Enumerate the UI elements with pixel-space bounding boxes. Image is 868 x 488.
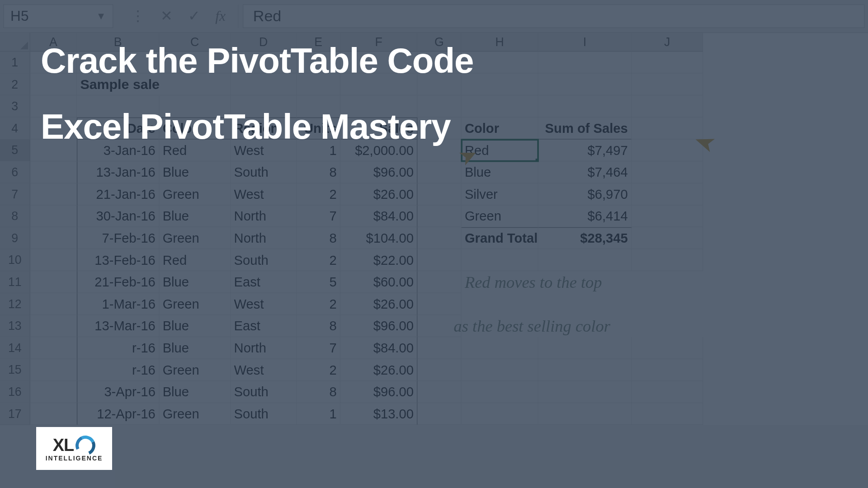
cell[interactable]: $7,464 (538, 161, 632, 183)
pivot-total-value[interactable]: $28,345 (538, 227, 632, 249)
row-header[interactable]: 14 (0, 337, 30, 359)
row-header[interactable]: 3 (0, 95, 30, 117)
cell[interactable]: $6,414 (538, 205, 632, 227)
column-header[interactable]: J (632, 33, 703, 52)
cell[interactable]: $22.00 (340, 249, 417, 272)
cell[interactable] (632, 359, 703, 381)
chevron-down-icon[interactable]: ▼ (96, 10, 106, 22)
cell[interactable] (538, 249, 632, 272)
row-header[interactable]: 13 (0, 315, 30, 337)
cell[interactable] (462, 293, 538, 315)
cell[interactable] (417, 359, 461, 381)
cell[interactable]: South (231, 161, 297, 183)
cell[interactable] (30, 403, 77, 425)
row-header[interactable]: 6 (0, 161, 30, 183)
cell[interactable] (632, 227, 703, 249)
cell[interactable] (538, 271, 632, 293)
cell[interactable]: 13-Jan-16 (77, 161, 159, 183)
cell[interactable]: r-16 (77, 337, 159, 359)
more-icon[interactable]: ⋮ (131, 8, 145, 25)
cell[interactable] (30, 337, 77, 359)
cell[interactable]: $84.00 (340, 205, 417, 227)
cell[interactable] (538, 293, 632, 315)
row-header[interactable]: 11 (0, 271, 30, 293)
cell[interactable] (527, 315, 621, 337)
cell[interactable]: $84.00 (340, 337, 417, 359)
cell[interactable]: 1-Mar-16 (77, 293, 159, 315)
cell[interactable] (632, 205, 703, 227)
cell[interactable]: South (231, 403, 297, 425)
cell[interactable] (30, 293, 77, 315)
cell[interactable]: Blue (159, 161, 231, 183)
cell[interactable]: 8 (297, 161, 340, 183)
row-header[interactable]: 16 (0, 381, 30, 403)
row-header[interactable]: 15 (0, 359, 30, 381)
row-header[interactable]: 7 (0, 183, 30, 206)
cell[interactable]: 1 (297, 403, 340, 425)
cell[interactable]: 8 (297, 381, 340, 403)
cell[interactable] (538, 52, 632, 74)
column-header[interactable]: I (538, 33, 632, 52)
cell[interactable]: Green (159, 293, 231, 315)
cancel-icon[interactable]: ✕ (160, 8, 173, 25)
enter-icon[interactable]: ✓ (188, 8, 200, 25)
cell[interactable] (632, 271, 703, 293)
cell[interactable]: 3-Apr-16 (77, 381, 159, 403)
cell[interactable]: $96.00 (340, 315, 417, 337)
cell[interactable] (632, 293, 703, 315)
cell[interactable] (538, 337, 632, 359)
cell[interactable]: 21-Feb-16 (77, 271, 159, 293)
cell[interactable] (417, 205, 461, 227)
row-header[interactable]: 1 (0, 52, 30, 74)
cell[interactable] (417, 337, 461, 359)
cell[interactable] (538, 95, 632, 117)
cell[interactable] (632, 161, 703, 183)
cell[interactable]: 8 (297, 227, 340, 249)
cell[interactable]: $6,970 (538, 183, 632, 206)
cell[interactable] (462, 249, 538, 272)
cell[interactable]: 2 (297, 249, 340, 272)
cell[interactable]: West (231, 183, 297, 206)
cell[interactable]: 2 (297, 183, 340, 206)
cell[interactable]: 13-Mar-16 (77, 315, 159, 337)
row-header[interactable]: 5 (0, 140, 30, 162)
cell[interactable] (632, 52, 703, 74)
cell[interactable]: 13-Feb-16 (77, 249, 159, 272)
cell[interactable]: 5 (297, 271, 340, 293)
cell[interactable]: Green (159, 227, 231, 249)
cell[interactable] (632, 337, 703, 359)
row-header[interactable]: 17 (0, 403, 30, 425)
cell[interactable]: Blue (159, 315, 231, 337)
row-header[interactable]: 12 (0, 293, 30, 315)
cell[interactable]: $26.00 (340, 293, 417, 315)
cell[interactable]: 2 (297, 359, 340, 381)
cell[interactable]: Green (159, 183, 231, 206)
cell[interactable]: West (231, 359, 297, 381)
cell[interactable] (632, 74, 703, 96)
row-header[interactable]: 4 (0, 117, 30, 140)
cell[interactable] (632, 95, 703, 117)
cell[interactable] (417, 249, 461, 272)
cell[interactable] (30, 271, 77, 293)
cell[interactable]: $104.00 (340, 227, 417, 249)
cell[interactable] (462, 359, 538, 381)
cell[interactable]: South (231, 381, 297, 403)
cell[interactable]: 21-Jan-16 (77, 183, 159, 206)
cell[interactable] (417, 183, 461, 206)
cell[interactable]: East (231, 271, 297, 293)
cell[interactable]: r-16 (77, 359, 159, 381)
pivot-header[interactable]: Sum of Sales (538, 117, 632, 140)
cell[interactable]: $60.00 (340, 271, 417, 293)
pivot-total-label[interactable]: Grand Total (462, 227, 538, 249)
cell[interactable] (30, 359, 77, 381)
cell[interactable]: North (231, 337, 297, 359)
cell[interactable]: Green (159, 403, 231, 425)
formula-input[interactable]: Red (243, 5, 865, 28)
cell[interactable]: Blue (159, 271, 231, 293)
cell[interactable]: $7,497 (538, 140, 632, 162)
cell[interactable] (462, 381, 538, 403)
cell[interactable]: East (231, 315, 297, 337)
cell[interactable] (417, 227, 461, 249)
cell[interactable]: $13.00 (340, 403, 417, 425)
cell[interactable] (632, 249, 703, 272)
